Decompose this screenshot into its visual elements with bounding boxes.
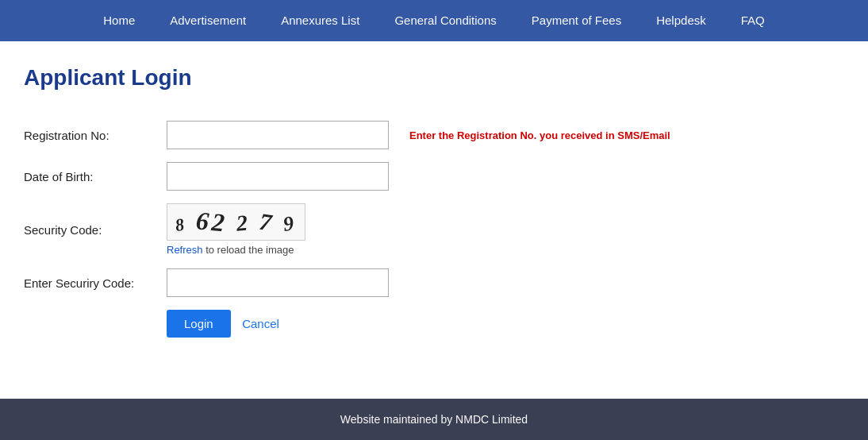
cancel-button[interactable]: Cancel (242, 317, 279, 330)
main-content: Applicant Login Registration No: Enter t… (0, 41, 868, 399)
registration-row: Registration No: Enter the Registration … (24, 114, 678, 156)
footer: Website maintained by NMDC Limited (0, 399, 868, 440)
top-navigation: Home Advertisement Annexures List Genera… (0, 0, 868, 41)
dob-input[interactable] (167, 162, 389, 191)
nav-home[interactable]: Home (86, 0, 152, 41)
nav-payment-of-fees[interactable]: Payment of Fees (514, 0, 639, 41)
captcha-refresh-hint: to reload the image (203, 244, 294, 256)
dob-row: Date of Birth: (24, 156, 678, 197)
nav-annexures-list[interactable]: Annexures List (263, 0, 377, 41)
captcha-refresh-link[interactable]: Refresh (167, 244, 203, 256)
security-code-label: Security Code: (24, 197, 167, 262)
captcha-char-4: 7 (258, 208, 277, 237)
captcha-char-5: 9 (282, 211, 298, 237)
enter-code-row: Enter Securiry Code: (24, 262, 678, 303)
captcha-refresh-row: Refresh to reload the image (167, 244, 389, 256)
security-code-input[interactable] (167, 268, 389, 297)
captcha-char-2: 62 (194, 206, 229, 237)
nav-helpdesk[interactable]: Helpdesk (639, 0, 724, 41)
enter-code-label: Enter Securiry Code: (24, 262, 167, 303)
page-title: Applicant Login (24, 65, 844, 91)
registration-input[interactable] (167, 121, 389, 149)
registration-hint: Enter the Registration No. you received … (397, 129, 670, 141)
nav-advertisement[interactable]: Advertisement (152, 0, 263, 41)
security-code-row: Security Code: 8 62 2 7 9 Refresh to rel… (24, 197, 678, 262)
footer-text: Website maintained by NMDC Limited (340, 413, 528, 426)
button-row: Login Cancel (24, 303, 678, 344)
login-button[interactable]: Login (167, 310, 231, 338)
nav-faq[interactable]: FAQ (724, 0, 782, 41)
registration-label: Registration No: (24, 114, 167, 156)
dob-label: Date of Birth: (24, 156, 167, 197)
captcha-char-3: 2 (236, 210, 252, 236)
login-form: Registration No: Enter the Registration … (24, 114, 678, 344)
nav-general-conditions[interactable]: General Conditions (377, 0, 513, 41)
captcha-char-1: 8 (174, 214, 189, 236)
captcha-image: 8 62 2 7 9 (167, 203, 305, 241)
